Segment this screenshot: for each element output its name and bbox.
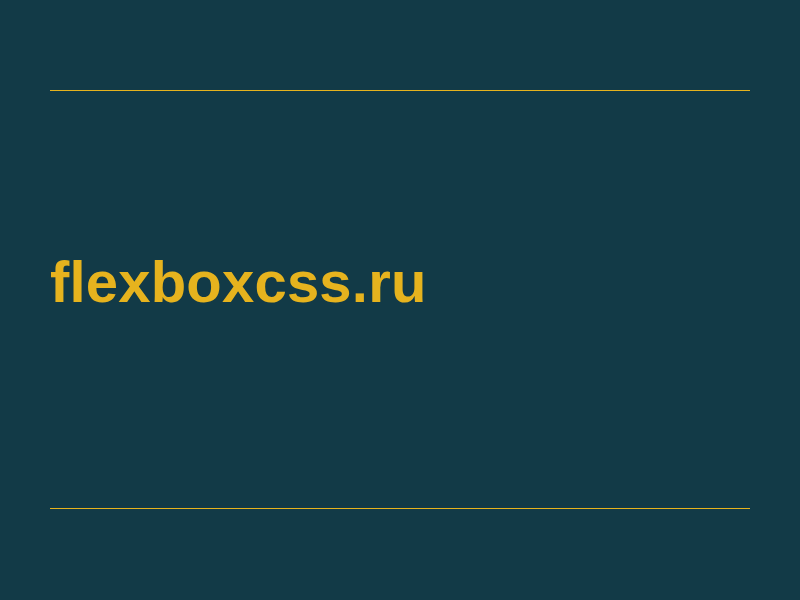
bottom-divider: [50, 508, 750, 509]
page-title: flexboxcss.ru: [50, 248, 427, 315]
top-divider: [50, 90, 750, 91]
